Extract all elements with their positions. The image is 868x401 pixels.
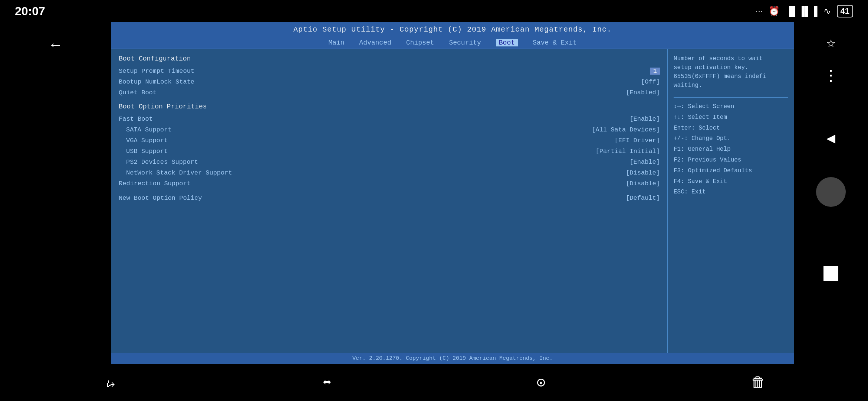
section-boot-config: Boot Configuration: [119, 55, 660, 62]
section-boot-priorities: Boot Option Priorities: [119, 103, 660, 110]
row-vga-support[interactable]: VGA Support [EFI Driver]: [119, 136, 660, 145]
white-square-button[interactable]: [823, 266, 838, 281]
bios-content: Boot Configuration Setup Prompt Timeout …: [111, 49, 794, 353]
right-sidebar: ☆ ⋮ ◀: [794, 22, 868, 386]
more-options-icon[interactable]: ⋮: [823, 66, 838, 85]
label-fast-boot: Fast Boot: [119, 115, 153, 123]
value-usb-support: [Partial Initial]: [596, 148, 660, 155]
scroll-circle[interactable]: [816, 177, 846, 207]
help-text: Number of seconds to waitsetup activatio…: [674, 54, 788, 90]
dots-icon: ···: [755, 6, 763, 16]
status-icons: ··· ⏰ ▐▌▐▌▐ ∿ 41: [755, 5, 853, 17]
nav-security[interactable]: Security: [449, 39, 481, 46]
delete-icon[interactable]: 🗑: [751, 374, 766, 391]
bios-left-panel: Boot Configuration Setup Prompt Timeout …: [111, 49, 668, 353]
left-sidebar: ←: [0, 22, 111, 386]
bios-footer: Ver. 2.20.1270. Copyright (C) 2019 Ameri…: [111, 353, 794, 364]
row-network-stack[interactable]: NetWork Stack Driver Support [Disable]: [119, 169, 660, 177]
value-ps2-support: [Enable]: [629, 159, 660, 166]
value-setup-prompt: 1: [650, 68, 660, 75]
value-numlock: [Off]: [641, 78, 660, 85]
value-fast-boot: [Enable]: [629, 115, 660, 123]
row-redirection[interactable]: Redirection Support [Disable]: [119, 179, 660, 188]
label-quiet-boot: Quiet Boot: [119, 89, 157, 96]
signal-icon: ▐▌▐▌▐: [786, 6, 817, 16]
label-new-boot-policy: New Boot Option Policy: [119, 195, 202, 202]
value-redirection: [Disable]: [626, 180, 660, 187]
row-fast-boot[interactable]: Fast Boot [Enable]: [119, 115, 660, 123]
top-right-icons: ☆ ⋮: [823, 33, 838, 85]
bookmark-icon[interactable]: ☆: [826, 33, 835, 52]
status-bar: 20:07 ··· ⏰ ▐▌▐▌▐ ∿ 41: [0, 0, 868, 22]
battery-indicator: 41: [837, 5, 853, 17]
label-redirection: Redirection Support: [119, 180, 191, 187]
nav-advanced[interactable]: Advanced: [359, 39, 391, 46]
nav-save-exit[interactable]: Save & Exit: [533, 39, 577, 46]
divider-line: [674, 97, 788, 98]
share-icon[interactable]: ⭟: [102, 374, 117, 391]
value-vga-support: [EFI Driver]: [615, 137, 660, 144]
label-ps2-support: PS2 Devices Support: [119, 159, 198, 166]
row-numlock[interactable]: Bootup NumLock State [Off]: [119, 78, 660, 86]
camera-icon[interactable]: ⊙: [536, 374, 545, 392]
label-vga-support: VGA Support: [119, 137, 168, 144]
row-setup-prompt[interactable]: Setup Prompt Timeout 1: [119, 67, 660, 75]
bios-right-panel: Number of seconds to waitsetup activatio…: [668, 49, 794, 353]
value-quiet-boot: [Enabled]: [626, 89, 660, 96]
value-sata-support: [All Sata Devices]: [592, 126, 660, 133]
sliders-icon[interactable]: ⬌: [322, 374, 331, 392]
row-new-boot-policy[interactable]: New Boot Option Policy [Default]: [119, 194, 660, 202]
row-usb-support[interactable]: USB Support [Partial Initial]: [119, 147, 660, 156]
alarm-icon: ⏰: [769, 6, 780, 16]
label-numlock: Bootup NumLock State: [119, 78, 194, 85]
row-quiet-boot[interactable]: Quiet Boot [Enabled]: [119, 88, 660, 97]
back-button[interactable]: ←: [51, 37, 60, 54]
bios-title: Aptio Setup Utility - Copyright (C) 2019…: [111, 25, 794, 34]
label-sata-support: SATA Support: [119, 126, 171, 133]
row-sata-support[interactable]: SATA Support [All Sata Devices]: [119, 125, 660, 134]
bios-header: Aptio Setup Utility - Copyright (C) 2019…: [111, 22, 794, 37]
bios-container: Aptio Setup Utility - Copyright (C) 2019…: [111, 22, 794, 364]
value-network-stack: [Disable]: [626, 169, 660, 176]
bios-footer-text: Ver. 2.20.1270. Copyright (C) 2019 Ameri…: [352, 355, 553, 362]
label-network-stack: NetWork Stack Driver Support: [119, 169, 232, 176]
row-ps2-support[interactable]: PS2 Devices Support [Enable]: [119, 158, 660, 166]
nav-chipset[interactable]: Chipset: [406, 39, 434, 46]
wifi-icon: ∿: [823, 6, 831, 16]
label-usb-support: USB Support: [119, 148, 168, 155]
play-left-icon[interactable]: ◀: [826, 129, 835, 147]
key-help: ↕→: Select Screen ↑↓: Select Item Enter:…: [674, 101, 788, 198]
value-new-boot-policy: [Default]: [626, 195, 660, 202]
status-time: 20:07: [15, 4, 45, 18]
bios-nav: Main Advanced Chipset Security Boot Save…: [111, 37, 794, 49]
nav-main[interactable]: Main: [328, 39, 344, 46]
bottom-bar: ⭟ ⬌ ⊙ 🗑: [0, 364, 868, 401]
nav-boot[interactable]: Boot: [496, 39, 518, 46]
label-setup-prompt: Setup Prompt Timeout: [119, 68, 194, 75]
